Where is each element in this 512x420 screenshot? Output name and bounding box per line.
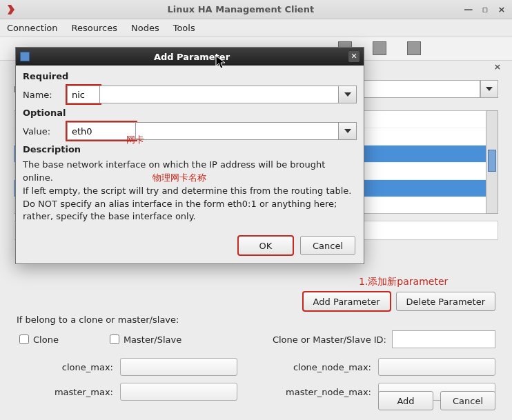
menu-connection[interactable]: Connection <box>7 23 58 33</box>
master-max-input[interactable] <box>120 383 237 401</box>
value-label: Value: <box>23 126 67 137</box>
menu-nodes[interactable]: Nodes <box>131 23 159 33</box>
value-input[interactable] <box>67 122 136 140</box>
name-dropdown-button[interactable] <box>339 86 357 103</box>
clone-checkbox-input[interactable] <box>19 334 29 344</box>
clone-checkbox-label: Clone <box>33 334 59 345</box>
name-input[interactable] <box>67 86 100 103</box>
name-label: Name: <box>23 90 67 100</box>
add-button[interactable]: Add <box>378 391 433 410</box>
master-node-max-label: master_node_max: <box>275 387 378 397</box>
window-close-button[interactable]: × <box>497 4 506 14</box>
dialog-icon <box>20 52 30 61</box>
annotation-value: 物理网卡名称 <box>152 172 206 184</box>
master-max-label: master_max: <box>17 387 120 397</box>
menu-tools[interactable]: Tools <box>173 23 195 33</box>
master-slave-checkbox-label: Master/Slave <box>124 334 181 345</box>
chevron-down-icon <box>486 87 493 91</box>
background-select-arrow[interactable] <box>480 80 498 98</box>
clone-node-max-label: clone_node_max: <box>275 362 378 372</box>
description-heading: Description <box>23 144 357 154</box>
window-minimize-button[interactable]: — <box>464 4 473 14</box>
cms-id-field[interactable] <box>392 330 495 348</box>
clone-checkbox[interactable]: Clone <box>17 332 59 346</box>
dialog-title: Add Parameter <box>35 52 348 62</box>
dialog-cancel-button[interactable]: Cancel <box>300 236 355 255</box>
window-restore-button[interactable]: ▫ <box>480 4 490 14</box>
window-title: Linux HA Management Client <box>22 4 460 14</box>
annotation-name: 网卡 <box>126 134 144 146</box>
clone-max-input[interactable] <box>120 358 237 376</box>
dialog-close-button[interactable]: ✕ <box>348 51 360 62</box>
master-slave-checkbox[interactable]: Master/Slave <box>107 332 181 346</box>
window-titlebar: Linux HA Management Client — ▫ × <box>0 0 512 19</box>
menubar: Connection Resources Nodes Tools <box>0 19 512 37</box>
add-parameter-dialog: Add Parameter ✕ Required Name: Optional … <box>15 47 364 264</box>
chevron-down-icon <box>344 92 351 97</box>
optional-heading: Optional <box>23 108 357 118</box>
toolbar-icon[interactable] <box>407 41 421 55</box>
scrollbar-thumb[interactable] <box>488 150 496 172</box>
menu-resources[interactable]: Resources <box>72 23 117 33</box>
description-text: The base network interface on which the … <box>23 159 357 223</box>
dialog-ok-button[interactable]: OK <box>238 236 293 255</box>
required-heading: Required <box>23 71 357 81</box>
panel-close-button[interactable]: × <box>491 61 504 73</box>
app-icon <box>6 4 17 15</box>
scrollbar[interactable] <box>486 110 498 214</box>
delete-parameter-button[interactable]: Delete Parameter <box>396 292 495 311</box>
chevron-down-icon <box>344 129 351 133</box>
clone-max-label: clone_max: <box>17 362 120 372</box>
value-input-rest[interactable] <box>136 122 339 140</box>
name-input-rest[interactable] <box>100 86 339 103</box>
master-slave-checkbox-input[interactable] <box>110 334 119 344</box>
cancel-button[interactable]: Cancel <box>440 391 495 410</box>
dialog-titlebar: Add Parameter ✕ <box>16 48 364 66</box>
toolbar-icon[interactable] <box>373 41 386 55</box>
value-dropdown-button[interactable] <box>339 122 357 140</box>
clone-node-max-input[interactable] <box>378 358 495 376</box>
cms-id-label: Clone or Master/Slave ID: <box>273 334 386 345</box>
clone-section: If belong to a clone or master/slave: Cl… <box>17 314 495 401</box>
annotation-add-param: 1.添加新parameter <box>359 276 448 288</box>
clone-heading: If belong to a clone or master/slave: <box>17 314 495 325</box>
add-parameter-button[interactable]: Add Parameter <box>303 292 391 311</box>
